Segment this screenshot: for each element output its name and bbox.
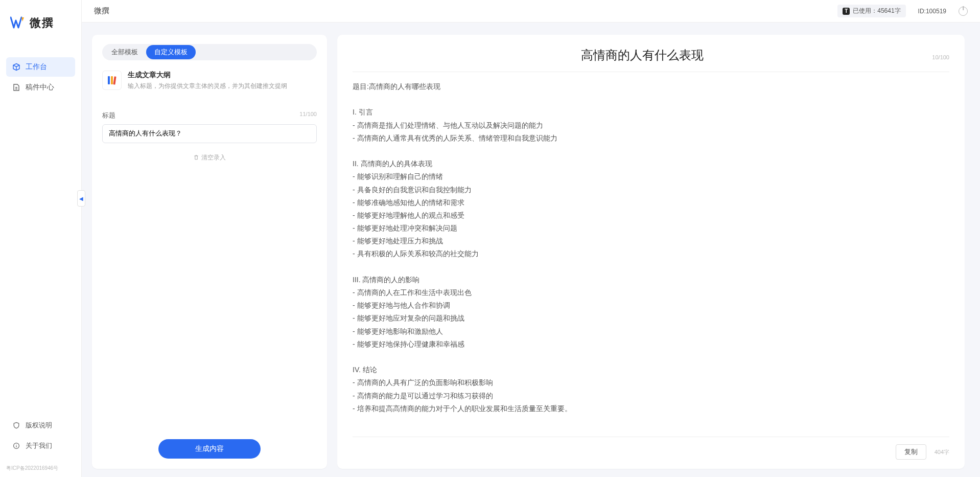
usage-badge-icon: T	[843, 8, 850, 15]
input-panel: 全部模板 自定义模板 生成文章大纲 输入标题，为你提供文章主体的灵感，并为其创建…	[92, 35, 327, 469]
sidebar-item-workspace[interactable]: 工作台	[6, 57, 75, 77]
nav-label: 版权说明	[26, 421, 52, 430]
copy-button[interactable]: 复制	[896, 444, 926, 460]
collapse-chevron-icon[interactable]: ◀	[77, 190, 85, 207]
template-card: 生成文章大纲 输入标题，为你提供文章主体的灵感，并为其创建推文提纲	[102, 71, 317, 90]
sidebar: 微撰 工作台 稿件中心 ◀	[0, 0, 82, 477]
output-title: 高情商的人有什么表现	[353, 47, 932, 63]
content: 全部模板 自定义模板 生成文章大纲 输入标题，为你提供文章主体的灵感，并为其创建…	[82, 22, 980, 477]
page-title: 微撰	[94, 6, 109, 16]
output-title-counter: 10/100	[932, 54, 949, 60]
tab-custom-templates[interactable]: 自定义模板	[146, 45, 196, 59]
user-id: ID:100519	[918, 8, 946, 15]
template-icon	[102, 71, 122, 90]
tab-all-templates[interactable]: 全部模板	[103, 45, 146, 59]
usage-badge: T 已使用：45641字	[837, 5, 905, 17]
info-icon	[12, 442, 20, 450]
sidebar-item-about[interactable]: 关于我们	[6, 436, 75, 456]
trash-icon	[193, 154, 199, 161]
nav-label: 稿件中心	[26, 83, 54, 92]
topbar: 微撰 T 已使用：45641字 ID:100519	[82, 0, 980, 22]
shield-icon	[12, 421, 20, 429]
nav-label: 工作台	[26, 62, 47, 72]
field-counter: 11/100	[299, 111, 317, 120]
sidebar-bottom: 版权说明 关于我们	[0, 415, 81, 462]
logo-icon	[10, 16, 26, 30]
output-body: 题目:高情商的人有哪些表现 I. 引言 - 高情商是指人们处理情绪、与他人互动以…	[353, 80, 949, 437]
output-char-count: 404字	[935, 448, 949, 456]
topbar-right: T 已使用：45641字 ID:100519	[837, 5, 968, 17]
icp-text: 粤ICP备2022016946号	[0, 462, 81, 477]
svg-rect-3	[113, 76, 116, 84]
field-label: 标题	[102, 111, 115, 120]
output-panel: 高情商的人有什么表现 10/100 题目:高情商的人有哪些表现 I. 引言 - …	[337, 35, 965, 469]
document-icon	[12, 83, 20, 92]
main: 微撰 T 已使用：45641字 ID:100519 全部模板 自定义模板	[82, 0, 980, 477]
template-tabs: 全部模板 自定义模板	[102, 44, 317, 60]
cube-icon	[12, 63, 20, 71]
template-title: 生成文章大纲	[128, 71, 317, 80]
sidebar-item-drafts[interactable]: 稿件中心	[6, 78, 75, 97]
brand-name: 微撰	[30, 15, 54, 31]
power-icon[interactable]	[959, 7, 968, 16]
usage-label: 已使用：45641字	[853, 7, 900, 15]
clear-label: 清空录入	[201, 153, 226, 162]
svg-rect-2	[111, 76, 113, 84]
sidebar-item-copyright[interactable]: 版权说明	[6, 416, 75, 435]
title-input[interactable]	[102, 124, 317, 143]
clear-input-button[interactable]: 清空录入	[102, 153, 317, 162]
nav-label: 关于我们	[26, 441, 52, 450]
template-desc: 输入标题，为你提供文章主体的灵感，并为其创建推文提纲	[128, 82, 317, 90]
svg-rect-1	[108, 76, 110, 84]
logo: 微撰	[0, 0, 81, 41]
generate-button[interactable]: 生成内容	[158, 439, 261, 459]
sidebar-nav: 工作台 稿件中心	[0, 56, 81, 98]
